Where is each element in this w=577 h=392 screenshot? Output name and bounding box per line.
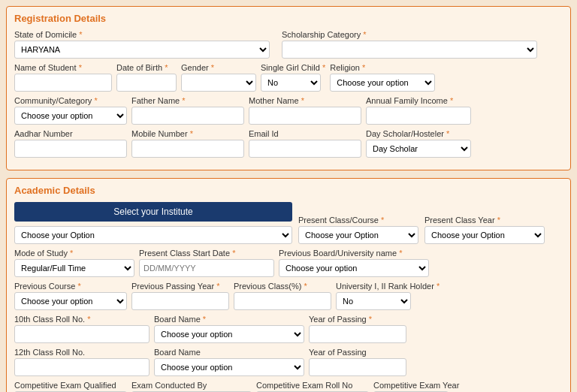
present-class-course-label: Present Class/Course * bbox=[298, 216, 418, 225]
day-scholar-group: Day Scholar/Hosteler * Day Scholar Hoste… bbox=[366, 129, 471, 158]
board-name-10-select[interactable]: Choose your option bbox=[154, 325, 304, 343]
reg-row-3: Community/Category * Choose your option … bbox=[14, 96, 563, 125]
year-passing-12-label: Year of Passing bbox=[309, 348, 406, 357]
single-girl-group: Single Girl Child * No Yes bbox=[261, 63, 325, 92]
board-name-12-select[interactable]: Choose your option bbox=[154, 358, 304, 376]
present-class-course-select[interactable]: Choose your Option bbox=[298, 226, 418, 244]
class10-roll-group: 10th Class Roll No. * bbox=[14, 315, 150, 343]
academic-section: Academic Details Select your Institute C… bbox=[6, 178, 571, 392]
prev-passing-year-label: Previous Passing Year * bbox=[131, 282, 229, 291]
exam-conducted-by-label: Exam Conducted By bbox=[131, 381, 252, 390]
board-name-10-label: Board Name * bbox=[154, 315, 304, 324]
dob-input[interactable] bbox=[116, 74, 177, 92]
mode-of-study-group: Mode of Study * Regular/Full Time Part T… bbox=[14, 249, 134, 277]
prev-passing-year-group: Previous Passing Year * bbox=[131, 282, 229, 310]
email-label: Email Id bbox=[249, 129, 361, 138]
annual-income-group: Annual Family Income * bbox=[366, 96, 471, 125]
institute-select[interactable]: Choose your Option bbox=[14, 226, 292, 244]
year-passing-10-input[interactable] bbox=[309, 325, 406, 343]
scholarship-category-group: Scholarship Category * bbox=[282, 30, 537, 59]
mode-of-study-label: Mode of Study * bbox=[14, 249, 134, 258]
class-start-date-label: Present Class Start Date * bbox=[139, 249, 274, 258]
board-name-12-label: Board Name bbox=[154, 348, 304, 357]
prev-board-label: Previous Board/University name * bbox=[279, 249, 429, 258]
prev-class-percent-label: Previous Class(%) * bbox=[234, 282, 331, 291]
day-scholar-select[interactable]: Day Scholar Hosteler bbox=[366, 140, 471, 158]
class12-roll-input[interactable] bbox=[14, 358, 150, 376]
religion-group: Religion * Choose your option bbox=[330, 63, 435, 92]
father-name-label: Father Name * bbox=[131, 96, 244, 105]
prev-course-select[interactable]: Choose your option bbox=[14, 292, 127, 310]
aadhar-group: Aadhar Number bbox=[14, 129, 127, 158]
student-name-group: Name of Student * bbox=[14, 63, 112, 92]
religion-select[interactable]: Choose your option bbox=[330, 74, 435, 92]
gender-group: Gender * bbox=[181, 63, 256, 92]
state-domicile-select[interactable]: HARYANA bbox=[14, 41, 270, 59]
aadhar-label: Aadhar Number bbox=[14, 129, 127, 138]
reg-row-4: Aadhar Number Mobile Number * Email Id D… bbox=[14, 129, 563, 158]
father-name-group: Father Name * bbox=[131, 96, 244, 125]
aadhar-input[interactable] bbox=[14, 140, 127, 158]
reg-row-1: State of Domicile * HARYANA Scholarship … bbox=[14, 30, 563, 59]
prev-board-group: Previous Board/University name * Choose … bbox=[279, 249, 429, 277]
univ-rank-select[interactable]: No Yes bbox=[336, 292, 411, 310]
dob-label: Date of Birth * bbox=[116, 63, 177, 72]
acad-row-3: Previous Course * Choose your option Pre… bbox=[14, 282, 563, 310]
present-class-course-group: Present Class/Course * Choose your Optio… bbox=[298, 216, 418, 244]
comp-exam-year-label: Competitive Exam Year bbox=[373, 381, 459, 390]
select-institute-button[interactable]: Select your Institute bbox=[14, 202, 292, 222]
father-name-input[interactable] bbox=[131, 107, 244, 125]
institute-group: Select your Institute Choose your Option bbox=[14, 202, 292, 244]
class-start-date-input[interactable] bbox=[139, 259, 274, 277]
scholarship-category-select[interactable] bbox=[282, 41, 537, 59]
gender-select[interactable] bbox=[181, 74, 256, 92]
mobile-label: Mobile Number * bbox=[131, 129, 244, 138]
mode-of-study-select[interactable]: Regular/Full Time Part Time Distance bbox=[14, 259, 134, 277]
dob-group: Date of Birth * bbox=[116, 63, 177, 92]
annual-income-label: Annual Family Income * bbox=[366, 96, 471, 105]
present-class-year-select[interactable]: Choose your Option bbox=[424, 226, 545, 244]
comp-exam-roll-label: Competitive Exam Roll No bbox=[256, 381, 369, 390]
prev-board-select[interactable]: Choose your option bbox=[279, 259, 429, 277]
acad-row-2: Mode of Study * Regular/Full Time Part T… bbox=[14, 249, 563, 277]
reg-row-2: Name of Student * Date of Birth * Gender… bbox=[14, 63, 563, 92]
year-passing-12-group: Year of Passing bbox=[309, 348, 406, 376]
acad-row-4: 10th Class Roll No. * Board Name * Choos… bbox=[14, 315, 563, 343]
class12-roll-label: 12th Class Roll No. bbox=[14, 348, 150, 357]
prev-passing-year-input[interactable] bbox=[131, 292, 229, 310]
class12-roll-group: 12th Class Roll No. bbox=[14, 348, 150, 376]
state-domicile-group: State of Domicile * HARYANA bbox=[14, 30, 270, 59]
comp-exam-qualified-group: Competitive Exam Qualified bbox=[14, 381, 127, 392]
year-passing-10-label: Year of Passing * bbox=[309, 315, 406, 324]
registration-title: Registration Details bbox=[14, 13, 563, 24]
univ-rank-label: University I, II Rank Holder * bbox=[336, 282, 440, 291]
year-passing-12-input[interactable] bbox=[309, 358, 406, 376]
mother-name-label: Mother Name * bbox=[249, 96, 361, 105]
acad-row-5: 12th Class Roll No. Board Name Choose yo… bbox=[14, 348, 563, 376]
student-name-input[interactable] bbox=[14, 74, 112, 92]
email-group: Email Id bbox=[249, 129, 361, 158]
class-start-date-group: Present Class Start Date * bbox=[139, 249, 274, 277]
gender-label: Gender * bbox=[181, 63, 256, 72]
community-label: Community/Category * bbox=[14, 96, 127, 105]
community-select[interactable]: Choose your option bbox=[14, 107, 127, 125]
mobile-input[interactable] bbox=[131, 140, 244, 158]
day-scholar-label: Day Scholar/Hosteler * bbox=[366, 129, 471, 138]
class10-roll-input[interactable] bbox=[14, 325, 150, 343]
prev-class-percent-group: Previous Class(%) * bbox=[234, 282, 331, 310]
present-class-year-label: Present Class Year * bbox=[424, 216, 545, 225]
single-girl-select[interactable]: No Yes bbox=[261, 74, 321, 92]
email-input[interactable] bbox=[249, 140, 361, 158]
student-name-label: Name of Student * bbox=[14, 63, 112, 72]
annual-income-input[interactable] bbox=[366, 107, 471, 125]
single-girl-label: Single Girl Child * bbox=[261, 63, 325, 72]
prev-class-percent-input[interactable] bbox=[234, 292, 331, 310]
prev-course-label: Previous Course * bbox=[14, 282, 127, 291]
religion-label: Religion * bbox=[330, 63, 435, 72]
class10-roll-label: 10th Class Roll No. * bbox=[14, 315, 150, 324]
board-name-10-group: Board Name * Choose your option bbox=[154, 315, 304, 343]
community-group: Community/Category * Choose your option bbox=[14, 96, 127, 125]
present-class-year-group: Present Class Year * Choose your Option bbox=[424, 216, 545, 244]
board-name-12-group: Board Name Choose your option bbox=[154, 348, 304, 376]
mother-name-input[interactable] bbox=[249, 107, 361, 125]
